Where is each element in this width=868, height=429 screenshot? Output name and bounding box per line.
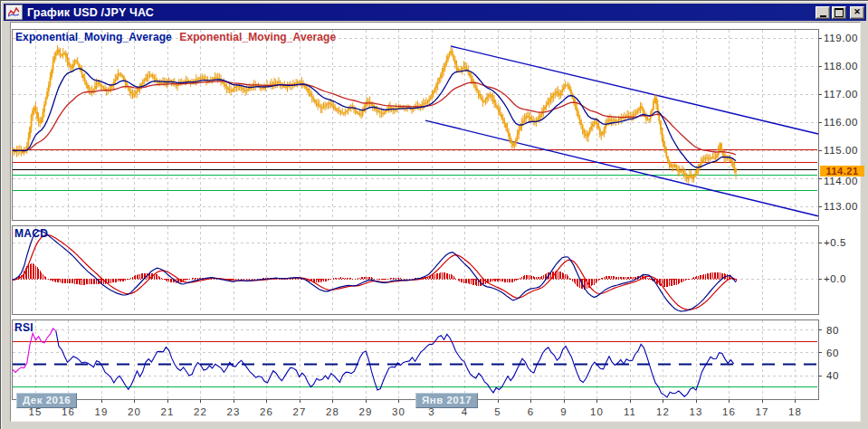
minimize-button[interactable] [816, 6, 830, 19]
time-axis-label: 29 [350, 406, 381, 417]
maximize-icon [835, 8, 844, 17]
window-title: График USD /JPY ЧАС [27, 6, 154, 19]
title-bar[interactable]: График USD /JPY ЧАС ✕ [4, 4, 866, 21]
time-axis-label: 13 [681, 406, 711, 417]
macd-axis-label: +0.5 [824, 237, 846, 248]
legend-ema-fast[interactable]: Exponential_Moving_Average [15, 31, 172, 43]
rsi-panel-label[interactable]: RSI [14, 321, 33, 334]
time-axis-label: 23 [218, 406, 249, 417]
window-controls: ✕ [816, 6, 864, 19]
time-axis-label: 18 [780, 406, 811, 417]
time-axis-label: 22 [186, 406, 216, 417]
chart-line-icon [5, 5, 23, 20]
date-badge-jan: Янв 2017 [415, 393, 478, 408]
macd-panel-label[interactable]: MACD [14, 227, 48, 240]
price-axis-label: 113.00 [824, 201, 858, 212]
price-axis-label: 116.00 [824, 117, 858, 128]
indicator-legend: Exponential_Moving_Average Exponential_M… [15, 31, 336, 43]
time-axis-label: 28 [318, 406, 348, 417]
maximize-button[interactable] [832, 6, 846, 19]
legend-ema-slow[interactable]: Exponential_Moving_Average [179, 31, 336, 43]
time-axis-label: 6 [516, 406, 547, 417]
price-axis-label: 118.00 [824, 61, 858, 72]
time-axis-label: 10 [582, 406, 613, 417]
rsi-axis-label: 40 [826, 370, 839, 381]
price-axis-label: 115.00 [824, 145, 858, 156]
chart-client-area[interactable] [10, 22, 861, 422]
close-icon: ✕ [854, 8, 861, 16]
time-axis-label: 26 [252, 406, 282, 417]
macd-axis-label: +0.0 [824, 273, 846, 284]
price-axis-label: 114.00 [824, 176, 858, 186]
rsi-axis-label: 60 [826, 348, 839, 358]
current-price-badge: 114.21 [820, 166, 864, 176]
close-button[interactable]: ✕ [850, 6, 864, 19]
date-badge-dec: Дек 2016 [16, 393, 77, 408]
time-axis-label: 17 [747, 406, 777, 417]
chart-window: График USD /JPY ЧАС ✕ Exponential_Moving… [0, 0, 868, 429]
time-axis-label: 12 [648, 406, 679, 417]
time-axis-label: 9 [548, 406, 579, 417]
time-axis-label: 16 [714, 406, 745, 417]
time-axis-label: 11 [615, 406, 645, 417]
time-axis-label: 27 [284, 406, 315, 417]
rsi-axis-label: 80 [826, 325, 839, 336]
time-axis-label: 30 [384, 406, 415, 417]
time-axis-label: 20 [119, 406, 150, 417]
price-axis-label: 117.00 [824, 89, 858, 100]
price-axis-label: 119.00 [824, 33, 858, 43]
time-axis-label: 5 [482, 406, 513, 417]
minimize-icon [820, 15, 826, 17]
time-axis-label: 21 [152, 406, 183, 417]
time-axis-label: 19 [86, 406, 117, 417]
